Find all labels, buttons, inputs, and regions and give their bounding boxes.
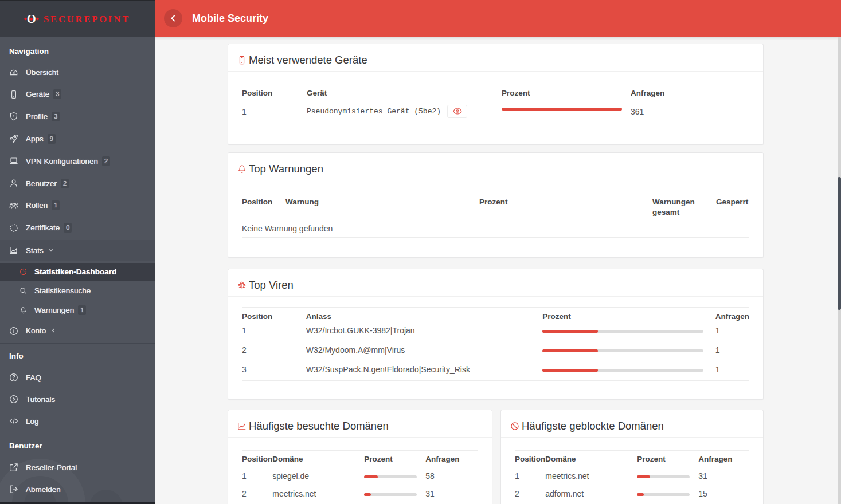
svg-text:SECUREPOINT: SECUREPOINT bbox=[44, 14, 130, 25]
